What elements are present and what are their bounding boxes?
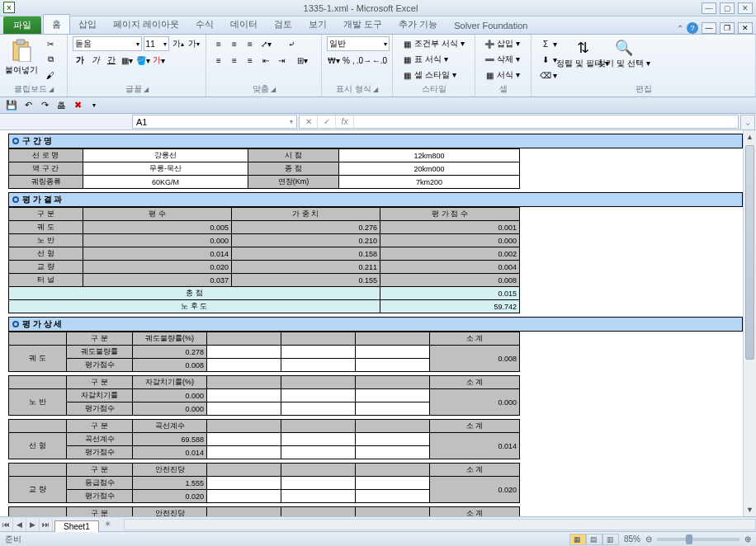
help-icon[interactable]: ? bbox=[687, 22, 698, 34]
cell[interactable] bbox=[281, 477, 356, 490]
cell[interactable] bbox=[281, 490, 356, 503]
cell[interactable]: 0.015 bbox=[380, 287, 520, 300]
cell[interactable] bbox=[356, 464, 430, 477]
worksheet-viewport[interactable]: 구 간 명 선 로 명강릉선시 점12km800 역 구 간무릉-묵산종 점20… bbox=[0, 130, 743, 516]
cell[interactable]: 0.211 bbox=[232, 261, 380, 274]
cell[interactable]: 터 널 bbox=[9, 274, 83, 287]
redo-button[interactable]: ↷ bbox=[38, 99, 51, 112]
cell[interactable]: 시 점 bbox=[248, 149, 339, 162]
qat-print-button[interactable]: 🖶 bbox=[54, 99, 68, 112]
cell[interactable]: 종 점 bbox=[248, 162, 339, 176]
cell[interactable]: 20km000 bbox=[339, 162, 520, 176]
cell[interactable] bbox=[207, 507, 281, 517]
cell[interactable]: 소 계 bbox=[430, 376, 520, 389]
scrollbar-thumb[interactable] bbox=[745, 145, 754, 360]
cell[interactable]: 교 량 bbox=[9, 261, 83, 274]
cell[interactable] bbox=[207, 433, 281, 446]
cell-style-button[interactable]: ▦셀 스타일 ▾ bbox=[398, 68, 468, 82]
table-format-button[interactable]: ▦표 서식 ▾ bbox=[398, 52, 468, 67]
cell[interactable]: 0.000 bbox=[380, 234, 520, 247]
page-layout-view-button[interactable]: ▤ bbox=[586, 534, 602, 545]
cell[interactable]: 0.008 bbox=[133, 359, 207, 372]
currency-button[interactable]: ₩▾ bbox=[327, 53, 341, 68]
tab-page-layout[interactable]: 페이지 레이아웃 bbox=[105, 15, 187, 34]
cell[interactable]: 평가점수 bbox=[67, 490, 133, 503]
cell[interactable]: 0.005 bbox=[83, 221, 232, 234]
tab-formula[interactable]: 수식 bbox=[187, 15, 222, 34]
cell[interactable]: 선 로 명 bbox=[9, 149, 83, 162]
autosum-button[interactable]: Σ▾ bbox=[536, 36, 560, 51]
cell[interactable] bbox=[9, 464, 67, 477]
cell[interactable]: 선 형 bbox=[9, 247, 83, 261]
cell[interactable] bbox=[207, 346, 281, 359]
cell[interactable]: 구 분 bbox=[67, 507, 133, 517]
wrap-text-button[interactable]: ⤶ bbox=[274, 36, 309, 51]
bold-button[interactable]: 가 bbox=[73, 53, 87, 68]
maximize-button[interactable]: ▢ bbox=[720, 2, 735, 14]
cell[interactable]: 궤 도 bbox=[9, 346, 67, 372]
cell[interactable] bbox=[281, 376, 356, 389]
workbook-close-button[interactable]: ✕ bbox=[738, 22, 753, 34]
enter-formula-button[interactable]: ✓ bbox=[318, 115, 336, 128]
cell[interactable]: 0.000 bbox=[133, 389, 207, 402]
cell[interactable]: 0.002 bbox=[380, 247, 520, 261]
cell[interactable]: 궤도불량률 bbox=[67, 346, 133, 359]
close-button[interactable]: ✕ bbox=[738, 2, 753, 14]
cell[interactable]: 노 반 bbox=[9, 389, 67, 416]
format-cells-button[interactable]: ▦서식 ▾ bbox=[480, 68, 523, 82]
cell[interactable]: 0.000 bbox=[430, 389, 520, 416]
tab-view[interactable]: 보기 bbox=[300, 15, 335, 34]
cell[interactable] bbox=[356, 477, 430, 490]
cell[interactable] bbox=[356, 346, 430, 359]
cell[interactable]: 12km800 bbox=[339, 149, 520, 162]
normal-view-button[interactable]: ▦ bbox=[569, 534, 586, 545]
cell[interactable]: 0.037 bbox=[83, 274, 232, 287]
cell[interactable]: 59.742 bbox=[380, 300, 520, 313]
cell[interactable] bbox=[9, 507, 67, 517]
cell[interactable] bbox=[207, 464, 281, 477]
cell[interactable]: 0.020 bbox=[430, 477, 520, 503]
align-middle-button[interactable]: ≡ bbox=[227, 36, 242, 51]
align-top-button[interactable]: ≡ bbox=[211, 36, 226, 51]
font-name-combo[interactable]: 돋움▾ bbox=[73, 36, 142, 51]
cell[interactable]: 강릉선 bbox=[83, 149, 248, 162]
cell[interactable]: 평가점수 bbox=[67, 446, 133, 459]
italic-button[interactable]: 가 bbox=[88, 53, 103, 68]
increase-font-button[interactable]: 가▴ bbox=[171, 36, 185, 51]
cell[interactable] bbox=[207, 376, 281, 389]
cell[interactable]: 교 량 bbox=[9, 477, 67, 503]
cell[interactable] bbox=[281, 389, 356, 402]
tab-review[interactable]: 검토 bbox=[266, 15, 300, 34]
cell[interactable]: 등급점수 bbox=[67, 477, 133, 490]
tab-data[interactable]: 데이터 bbox=[222, 15, 266, 34]
cell[interactable] bbox=[281, 420, 356, 433]
scroll-down-button[interactable]: ▼ bbox=[744, 503, 756, 516]
cell[interactable] bbox=[356, 402, 430, 416]
page-break-view-button[interactable]: ▥ bbox=[602, 534, 619, 545]
cell[interactable] bbox=[356, 376, 430, 389]
align-left-button[interactable]: ≡ bbox=[211, 53, 226, 68]
number-format-combo[interactable]: 일반▾ bbox=[327, 36, 390, 51]
cell[interactable]: 자갈치기률(%) bbox=[133, 376, 207, 389]
zoom-slider-thumb[interactable] bbox=[686, 534, 692, 544]
cell[interactable]: 0.210 bbox=[232, 234, 380, 247]
workbook-minimize-button[interactable]: — bbox=[702, 22, 716, 34]
decrease-indent-button[interactable]: ⇤ bbox=[258, 53, 273, 68]
cell[interactable] bbox=[207, 402, 281, 416]
cell[interactable]: 궤도불량률(%) bbox=[133, 332, 207, 346]
cell[interactable]: 평가점수 bbox=[67, 359, 133, 372]
cell[interactable]: 무릉-묵산 bbox=[83, 162, 248, 176]
conditional-format-button[interactable]: ▦조건부 서식 ▾ bbox=[398, 36, 468, 51]
next-sheet-button[interactable]: ▶ bbox=[26, 518, 40, 531]
cell[interactable]: 평 가 점 수 bbox=[380, 208, 520, 221]
sort-filter-button[interactable]: ⇅ 정렬 및 필터 ▾ bbox=[564, 36, 602, 83]
cell[interactable] bbox=[356, 446, 430, 459]
cell[interactable]: 안전진당 bbox=[133, 464, 207, 477]
cell[interactable] bbox=[9, 420, 67, 433]
cell[interactable]: 60KG/M bbox=[83, 176, 248, 189]
cell[interactable] bbox=[356, 332, 430, 346]
cell[interactable]: 구 분 bbox=[67, 464, 133, 477]
cell[interactable]: 0.000 bbox=[83, 234, 232, 247]
qat-customize-button[interactable]: ▾ bbox=[87, 99, 101, 112]
cell[interactable] bbox=[356, 359, 430, 372]
